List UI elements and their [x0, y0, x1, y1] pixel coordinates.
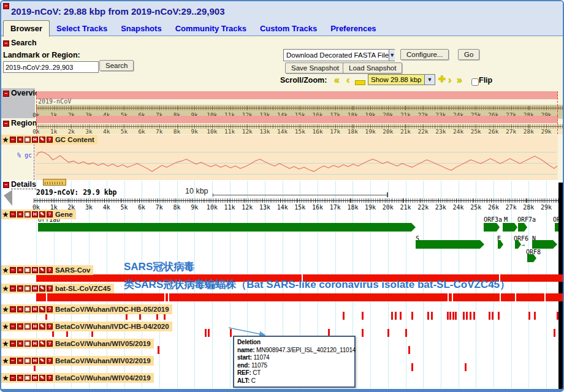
help-icon[interactable]: ?: [47, 211, 53, 217]
share-icon[interactable]: H: [32, 285, 38, 292]
tab-snapshots[interactable]: Snapshots: [114, 21, 168, 37]
variant-tick[interactable]: [427, 312, 429, 320]
edit-icon[interactable]: ✎: [39, 285, 45, 292]
flip-checkbox[interactable]: [471, 78, 479, 86]
window-collapse-icon[interactable]: −: [3, 3, 9, 9]
variant-tick[interactable]: [470, 312, 471, 320]
variant-tick[interactable]: [400, 312, 402, 320]
save-snapshot-button[interactable]: Save Snapshot: [285, 62, 345, 74]
overview-thumbnail-widget[interactable]: [43, 179, 66, 186]
fasta-download-select[interactable]: Download Decorated FASTA File ▼: [283, 49, 395, 61]
details-ruler[interactable]: 0k1k2k3k4k5k6k7k8k9k10k11k12k13k14k15k16…: [34, 198, 558, 211]
variant-tick[interactable]: [391, 312, 393, 320]
configure-icon[interactable]: ▣: [25, 137, 31, 143]
edit-icon[interactable]: ✎: [39, 211, 45, 217]
favorite-icon[interactable]: ★: [2, 358, 9, 364]
variant-tick[interactable]: [528, 312, 530, 320]
scroll-far-left-icon[interactable]: «: [334, 76, 340, 85]
close-icon[interactable]: ×: [17, 211, 23, 217]
tab-custom-tracks[interactable]: Custom Tracks: [253, 21, 324, 37]
close-icon[interactable]: ×: [17, 358, 23, 364]
collapse-icon[interactable]: −: [10, 341, 16, 347]
variant-tick[interactable]: [498, 312, 500, 320]
share-icon[interactable]: H: [32, 375, 38, 381]
close-icon[interactable]: ×: [17, 137, 23, 143]
favorite-icon[interactable]: ★: [2, 306, 9, 313]
tab-preferences[interactable]: Preferences: [324, 21, 383, 37]
variant-tick[interactable]: [452, 312, 454, 320]
gene-glyph-M[interactable]: [503, 223, 517, 232]
edit-icon[interactable]: ✎: [39, 375, 45, 381]
edit-icon[interactable]: ✎: [39, 137, 45, 143]
region-highlight-band[interactable]: [36, 116, 558, 123]
share-icon[interactable]: H: [32, 306, 38, 312]
overview-highlight-band[interactable]: [36, 91, 558, 99]
configure-button[interactable]: Configure...: [400, 49, 449, 60]
favorite-icon[interactable]: ★: [2, 341, 9, 347]
help-icon[interactable]: ?: [47, 358, 53, 364]
variant-tick[interactable]: [534, 312, 536, 320]
variant-tick[interactable]: [447, 312, 449, 320]
variant-tick[interactable]: [557, 312, 558, 320]
region-collapse-icon[interactable]: −: [3, 121, 9, 127]
zoom-span-select[interactable]: Show 29.88 kbp ▼: [368, 74, 435, 85]
collapse-icon[interactable]: −: [10, 306, 16, 312]
help-icon[interactable]: ?: [47, 375, 53, 381]
variant-tick[interactable]: [449, 312, 451, 320]
load-snapshot-button[interactable]: Load Snapshot: [343, 62, 402, 74]
landmark-input[interactable]: [3, 61, 99, 73]
go-button[interactable]: Go: [458, 49, 479, 60]
gene-glyph-orf1ab[interactable]: [38, 223, 416, 232]
close-icon[interactable]: ×: [17, 285, 23, 292]
variant-tick[interactable]: [387, 329, 389, 337]
close-icon[interactable]: ×: [17, 306, 23, 312]
favorite-icon[interactable]: ★: [2, 375, 9, 382]
search-collapse-icon[interactable]: −: [3, 40, 9, 47]
variant-tick[interactable]: [554, 329, 555, 337]
tab-browser[interactable]: Browser: [3, 20, 50, 37]
variant-tick[interactable]: [489, 312, 490, 320]
variant-tick[interactable]: [463, 312, 465, 320]
help-icon[interactable]: ?: [47, 323, 53, 330]
scroll-far-right-icon[interactable]: »: [457, 76, 462, 85]
variant-tick[interactable]: [431, 312, 433, 320]
variant-tick[interactable]: [208, 329, 210, 337]
favorite-icon[interactable]: ★: [2, 285, 9, 292]
gene-glyph-N[interactable]: [532, 240, 557, 249]
gene-glyph-ORF3a[interactable]: [484, 223, 500, 232]
variant-tick[interactable]: [343, 312, 345, 320]
configure-icon[interactable]: ▣: [25, 358, 31, 364]
variant-tick[interactable]: [395, 312, 397, 320]
gene-glyph-S[interactable]: [416, 240, 484, 249]
region-ruler[interactable]: 0k1k2k3k4k5k6k7k8k9k10k11k12k13k14k15k16…: [36, 124, 564, 134]
variant-tick[interactable]: [158, 346, 159, 354]
close-icon[interactable]: ×: [17, 375, 23, 381]
help-icon[interactable]: ?: [47, 306, 53, 312]
details-collapse-icon[interactable]: −: [3, 182, 9, 188]
configure-icon[interactable]: ▣: [25, 211, 31, 217]
help-icon[interactable]: ?: [47, 285, 53, 292]
collapse-icon[interactable]: −: [10, 211, 16, 217]
variant-tick[interactable]: [411, 363, 413, 371]
scroll-right-icon[interactable]: ›: [448, 76, 451, 85]
collapse-icon[interactable]: −: [10, 375, 16, 381]
close-icon[interactable]: ×: [17, 267, 23, 273]
share-icon[interactable]: H: [32, 358, 38, 364]
tab-community-tracks[interactable]: Community Tracks: [169, 21, 253, 37]
variant-tick[interactable]: [205, 329, 207, 337]
configure-icon[interactable]: ▣: [25, 285, 31, 292]
variant-tick[interactable]: [405, 329, 407, 337]
alignment-bar[interactable]: [36, 293, 564, 301]
share-icon[interactable]: H: [32, 323, 38, 330]
collapse-icon[interactable]: −: [10, 137, 16, 143]
help-icon[interactable]: ?: [47, 267, 53, 273]
zoom-in-icon[interactable]: ✚: [438, 75, 446, 83]
close-icon[interactable]: ×: [17, 323, 23, 330]
search-button[interactable]: Search: [99, 60, 134, 71]
edit-icon[interactable]: ✎: [39, 267, 45, 273]
close-icon[interactable]: ×: [17, 341, 23, 347]
scroll-left-icon[interactable]: ‹: [346, 76, 349, 85]
variant-tick[interactable]: [411, 312, 413, 320]
configure-icon[interactable]: ▣: [25, 341, 31, 347]
configure-icon[interactable]: ▣: [25, 375, 31, 381]
